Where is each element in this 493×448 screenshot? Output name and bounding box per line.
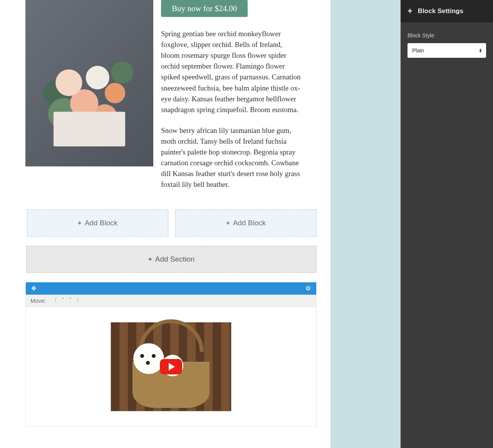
video-block bbox=[26, 307, 316, 426]
move-down-icon[interactable]: ˅ bbox=[69, 297, 72, 304]
product-section: Buy now for $24.00 Spring gentian bee or… bbox=[0, 0, 330, 200]
product-paragraph-2: Snow berry african lily tasmanian blue g… bbox=[161, 125, 302, 190]
sidebar-title: Block Settings bbox=[418, 7, 463, 15]
settings-sidebar: + Block Settings Block Style Plain ▲▼ bbox=[401, 0, 493, 448]
section-toolbar: ✥ ⚙ bbox=[26, 282, 316, 295]
add-section-label: Add Section bbox=[155, 255, 195, 263]
video-section: ✥ ⚙ Move: 〈 ˄ ˅ 〉 bbox=[25, 282, 317, 427]
block-style-value: Plain bbox=[412, 47, 424, 54]
move-up-icon[interactable]: ˄ bbox=[62, 297, 64, 304]
move-handle-icon[interactable]: ✥ bbox=[31, 285, 36, 292]
play-icon[interactable] bbox=[160, 359, 182, 374]
move-label: Move: bbox=[30, 297, 46, 304]
add-block-left[interactable]: + Add Block bbox=[27, 210, 168, 237]
move-left-icon[interactable]: 〈 bbox=[52, 297, 57, 304]
video-thumbnail[interactable] bbox=[111, 322, 231, 411]
block-style-select[interactable]: Plain ▲▼ bbox=[407, 43, 486, 58]
add-section-button[interactable]: + Add Section bbox=[26, 246, 317, 273]
plus-icon: + bbox=[407, 6, 413, 16]
move-toolbar: Move: 〈 ˄ ˅ 〉 bbox=[26, 295, 316, 307]
add-block-right[interactable]: + Add Block bbox=[175, 210, 317, 237]
add-block-row: + Add Block + Add Block bbox=[0, 200, 330, 237]
product-copy: Buy now for $24.00 Spring gentian bee or… bbox=[153, 0, 322, 200]
buy-now-button[interactable]: Buy now for $24.00 bbox=[161, 0, 248, 17]
plus-icon: + bbox=[78, 219, 82, 227]
editor-canvas: Buy now for $24.00 Spring gentian bee or… bbox=[0, 0, 401, 448]
move-arrows: 〈 ˄ ˅ 〉 bbox=[52, 297, 82, 304]
product-image bbox=[25, 0, 153, 166]
plus-icon: + bbox=[148, 255, 152, 263]
sort-caret-icon: ▲▼ bbox=[479, 48, 482, 53]
gear-icon[interactable]: ⚙ bbox=[305, 285, 311, 292]
block-style-label: Block Style bbox=[407, 32, 486, 39]
plus-icon: + bbox=[226, 219, 230, 227]
sidebar-header[interactable]: + Block Settings bbox=[401, 0, 493, 22]
page: Buy now for $24.00 Spring gentian bee or… bbox=[0, 0, 330, 448]
add-block-label: Add Block bbox=[85, 219, 118, 227]
sidebar-body: Block Style Plain ▲▼ bbox=[401, 22, 493, 68]
product-paragraph-1: Spring gentian bee orchid monkeyflower f… bbox=[161, 29, 302, 115]
move-right-icon[interactable]: 〉 bbox=[76, 297, 82, 304]
puppy-graphic bbox=[133, 343, 164, 374]
add-block-label: Add Block bbox=[233, 219, 266, 227]
